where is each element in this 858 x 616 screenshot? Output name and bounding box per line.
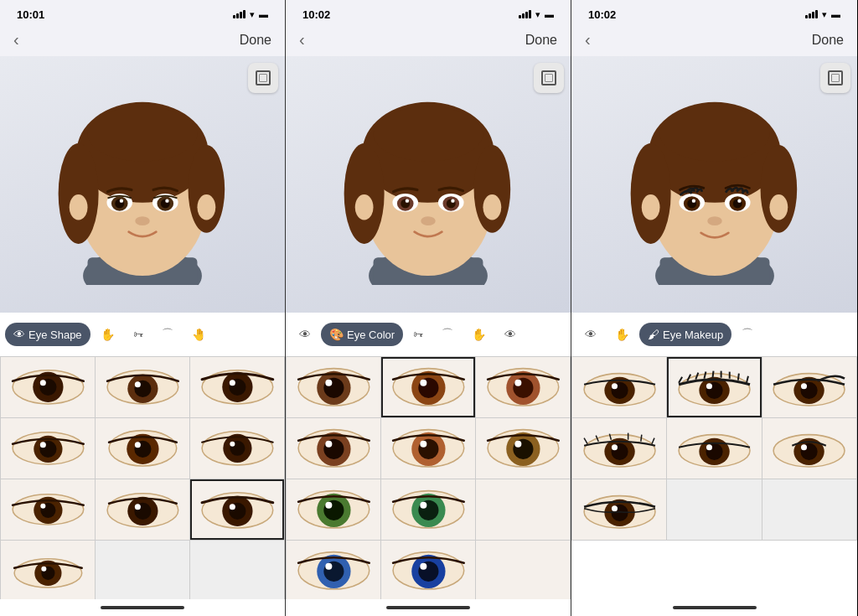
extra-tab-icon-1: 🤚: [192, 328, 206, 341]
eye-cell-2-3[interactable]: [190, 418, 284, 479]
eye-cell-1-2[interactable]: [96, 357, 189, 417]
battery-icon-1: ▬: [259, 9, 268, 19]
makeup-cell-1-1[interactable]: [572, 357, 666, 417]
makeup-cell-2-1[interactable]: [572, 418, 666, 479]
tab-eye-color[interactable]: 🎨 Eye Color: [321, 323, 403, 346]
makeup-cell-3-2[interactable]: [667, 479, 761, 540]
eye-cell-3-3[interactable]: [190, 479, 284, 540]
tab-eyebrow-2[interactable]: ✋: [463, 323, 494, 346]
svg-point-106: [374, 106, 483, 161]
color-cell-4-1[interactable]: [287, 541, 380, 599]
svg-point-23: [39, 380, 45, 386]
tab-extra-2[interactable]: 👁: [496, 323, 525, 346]
status-time-3: 10:02: [588, 8, 616, 21]
tab-eye-shape-2[interactable]: 👁: [291, 323, 319, 346]
eye-cell-4-1[interactable]: [1, 541, 95, 599]
tab-eyebrow-3[interactable]: ✋: [607, 323, 638, 346]
tab-eyelid-1[interactable]: ⌒: [153, 322, 182, 347]
avatar-3: [623, 84, 807, 285]
svg-line-220: [640, 435, 641, 442]
eye-cell-1-3[interactable]: [190, 357, 284, 417]
eye-color-tab-label: Eye Color: [347, 329, 395, 341]
eyelash-tab-icon-1: 🗝: [133, 329, 143, 340]
svg-point-104: [344, 143, 385, 244]
svg-point-43: [134, 442, 140, 448]
makeup-cell-2-3[interactable]: [762, 418, 856, 479]
color-cell-1-3[interactable]: [476, 357, 570, 417]
svg-point-17: [165, 199, 168, 202]
color-cell-3-3[interactable]: [476, 479, 570, 540]
screenshot-button-2[interactable]: [534, 63, 564, 93]
svg-point-115: [406, 199, 409, 202]
tab-eyelash-1[interactable]: 🗝: [125, 324, 152, 345]
svg-point-176: [641, 194, 659, 220]
extra-tab-icon-2: 👁: [504, 328, 516, 341]
svg-point-152: [325, 502, 332, 509]
home-bar-2: [386, 606, 470, 609]
color-cell-1-2[interactable]: [381, 357, 475, 417]
makeup-cell-1-3[interactable]: [762, 357, 856, 417]
eye-cell-4-3[interactable]: [190, 541, 284, 599]
tab-eye-shape-3[interactable]: 👁: [576, 323, 605, 346]
avatar-svg-2: [336, 84, 520, 285]
svg-line-197: [679, 377, 682, 383]
svg-point-132: [514, 380, 521, 386]
makeup-cell-1-2[interactable]: [667, 357, 761, 417]
home-bar-3: [673, 606, 757, 609]
svg-point-7: [88, 106, 198, 161]
color-cell-4-2[interactable]: [381, 541, 475, 599]
color-cell-2-1[interactable]: [287, 418, 380, 479]
tab-eyelid-3[interactable]: ⌒: [733, 322, 762, 347]
color-cell-2-3[interactable]: [476, 418, 570, 479]
color-cell-1-1[interactable]: [287, 357, 380, 417]
eye-cell-3-1[interactable]: [1, 479, 95, 540]
back-button-3[interactable]: ‹: [585, 30, 591, 49]
eyelid-tab-icon-1: ⌒: [162, 327, 173, 342]
eye-cell-2-1[interactable]: [1, 418, 95, 479]
eye-grid-area-3: [571, 356, 857, 599]
tab-eyebrow-1[interactable]: ✋: [92, 323, 123, 346]
back-button-1[interactable]: ‹: [13, 30, 19, 49]
color-cell-2-2[interactable]: [381, 418, 475, 479]
back-button-2[interactable]: ‹: [299, 30, 305, 49]
svg-point-18: [135, 216, 149, 225]
svg-point-33: [229, 380, 235, 386]
eye-color-tab-icon: 🎨: [329, 328, 344, 341]
tab-eyelid-2[interactable]: ⌒: [433, 322, 462, 347]
makeup-cell-2-2[interactable]: [667, 418, 761, 479]
makeup-cell-3-1[interactable]: [572, 479, 666, 540]
home-bar-1: [101, 606, 184, 609]
svg-point-167: [420, 563, 426, 570]
svg-point-157: [420, 502, 426, 509]
screenshot-button-1[interactable]: [248, 63, 278, 93]
tab-eye-shape[interactable]: 👁 Eye Shape: [5, 323, 90, 346]
done-button-1[interactable]: Done: [240, 33, 271, 48]
svg-point-9: [197, 194, 215, 220]
color-cell-4-3[interactable]: [476, 541, 570, 599]
makeup-cell-3-3[interactable]: [762, 479, 856, 540]
eye-cell-1-1[interactable]: [1, 357, 95, 417]
tab-bar-3: 👁 ✋ 🖌 Eye Makeup ⌒: [571, 313, 857, 356]
eye-cell-2-2[interactable]: [96, 418, 189, 479]
avatar-svg-3: [623, 84, 807, 285]
signal-icon-3: [805, 10, 818, 18]
svg-point-8: [70, 194, 88, 220]
color-cell-3-2[interactable]: [381, 479, 475, 540]
home-indicator-2: [286, 599, 571, 616]
screenshot-button-3[interactable]: [820, 63, 850, 93]
color-cell-3-1[interactable]: [287, 479, 380, 540]
eye-cell-4-2[interactable]: [96, 541, 189, 599]
svg-point-226: [706, 444, 712, 450]
svg-point-58: [134, 504, 140, 510]
nav-bar-1: ‹ Done: [0, 27, 285, 56]
tab-eyelash-2[interactable]: 🗝: [405, 324, 432, 345]
status-bar-3: 10:02 ▾ ▬: [571, 0, 857, 27]
eye-cell-3-2[interactable]: [96, 479, 189, 540]
tab-eye-makeup[interactable]: 🖌 Eye Makeup: [639, 323, 731, 346]
avatar-svg-1: [50, 84, 235, 285]
done-button-3[interactable]: Done: [812, 33, 844, 48]
done-button-2[interactable]: Done: [525, 33, 557, 48]
tab-extra-1[interactable]: 🤚: [183, 323, 214, 346]
svg-point-191: [612, 383, 618, 389]
screenshot-icon-inner-3: [828, 70, 843, 85]
